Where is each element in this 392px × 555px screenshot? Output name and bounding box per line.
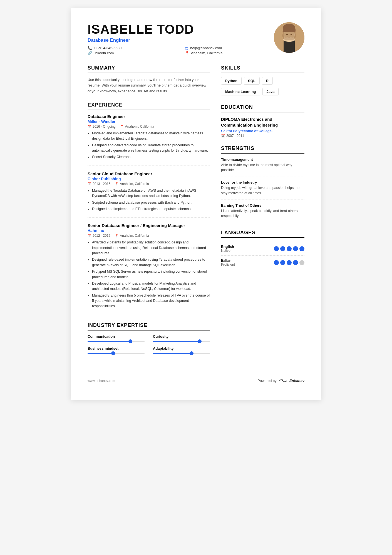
- bullet: Designed and implemented ETL strategies …: [92, 206, 210, 212]
- location-value: Anaheim, California: [191, 51, 222, 55]
- expertise-business-label: Business mindset: [88, 346, 145, 351]
- lang-italian-info: Italian Proficient: [221, 258, 235, 267]
- phone-value: +1-914-345-5530: [94, 46, 121, 50]
- strength-3-name: Earning Trust of Others: [221, 203, 304, 208]
- expertise-adaptability: Adaptability: [153, 346, 210, 354]
- expertise-curiosity-label: Curiosity: [153, 334, 210, 339]
- linkedin-value: linkedin.com: [94, 51, 114, 55]
- lang-english-level: Native: [221, 249, 234, 253]
- powered-by-text: Powered by: [257, 379, 277, 383]
- bullet: Designed rule-based implementation using…: [92, 257, 210, 268]
- expertise-curiosity: Curiosity: [153, 334, 210, 342]
- expertise-adaptability-label: Adaptability: [153, 346, 210, 351]
- strength-1-desc: Able to divide my time in the most optim…: [221, 162, 304, 173]
- bullet: Scripted schema and database processes w…: [92, 200, 210, 205]
- skills-section: SKILLS Python SQL R Machine Learning Jav…: [221, 65, 304, 97]
- header-info: ISABELLE TODD Database Engineer 📞 +1-914…: [88, 22, 274, 55]
- languages-title: LANGUAGES: [221, 230, 304, 238]
- lang-english-dots: [274, 246, 304, 251]
- avatar: [274, 22, 304, 53]
- calendar-icon: 📅: [88, 125, 91, 128]
- expertise-business-bar-bg: [88, 353, 145, 354]
- lang-italian-level: Proficient: [221, 263, 235, 267]
- bullet: Developed Logical and Physical models fo…: [92, 281, 210, 292]
- job-3-title: Senior Database Engineer / Engineering M…: [88, 223, 210, 228]
- dot-4: [293, 260, 298, 265]
- language-english: English Native: [221, 242, 304, 256]
- summary-text: Use this opportunity to intrigue and dra…: [88, 77, 210, 94]
- skills-title: SKILLS: [221, 65, 304, 73]
- summary-section: SUMMARY Use this opportunity to intrigue…: [88, 65, 210, 94]
- job-1-meta: 📅 2016 - Ongoing 📍 Anaheim, California: [88, 125, 210, 129]
- dot-2: [280, 260, 285, 265]
- job-3-company: Hahn Inc: [88, 228, 210, 233]
- job-2-bullets: Managed the Teradata Database on AWS and…: [88, 188, 210, 212]
- dot-3: [287, 260, 292, 265]
- expertise-business: Business mindset: [88, 346, 145, 354]
- job-1-title: Database Engineer: [88, 114, 210, 119]
- bullet: Designed and delivered code using Terada…: [92, 143, 210, 154]
- location-icon: 📍: [115, 182, 119, 186]
- language-italian: Italian Proficient: [221, 256, 304, 269]
- strength-1: Time-management Able to divide my time i…: [221, 157, 304, 177]
- expertise-adaptability-bar-bg: [153, 353, 210, 354]
- dot-5: [299, 260, 304, 265]
- strength-2: Love for the Industry Doing my job with …: [221, 180, 304, 199]
- calendar-icon: 📅: [88, 234, 91, 238]
- candidate-title: Database Engineer: [88, 38, 274, 43]
- skills-grid: Python SQL R Machine Learning Java: [221, 77, 304, 97]
- bullet: Secret Security Clearance.: [92, 154, 210, 160]
- right-column: SKILLS Python SQL R Machine Learning Jav…: [221, 65, 304, 362]
- left-column: SUMMARY Use this opportunity to intrigue…: [88, 65, 210, 362]
- job-1-period: 📅 2016 - Ongoing: [88, 125, 116, 129]
- expertise-adaptability-bar-fill: [153, 353, 192, 354]
- job-2-company: Cipher Publishing: [88, 177, 210, 181]
- job-1: Database Engineer Miller - Windler 📅 201…: [88, 114, 210, 166]
- edu-school: Sakthi Polytechnic of College.: [221, 129, 304, 133]
- bullet: Awarded 9 patents for profitability solu…: [92, 240, 210, 256]
- summary-title: SUMMARY: [88, 65, 210, 73]
- location-icon: 📍: [115, 234, 119, 238]
- brand-name: Enhancv: [289, 379, 304, 383]
- candidate-name: ISABELLE TODD: [88, 22, 274, 36]
- job-1-company: Miller - Windler: [88, 119, 210, 124]
- lang-italian-dots: [274, 260, 304, 265]
- experience-title: EXPERIENCE: [88, 102, 210, 110]
- footer-website: www.enhancv.com: [88, 379, 115, 383]
- job-3-location: 📍 Anaheim, California: [115, 234, 149, 238]
- bullet: Modeled and implemented Teradata databas…: [92, 131, 210, 142]
- contact-grid: 📞 +1-914-345-5530 @ help@enhancv.com 🔗 l…: [88, 46, 274, 55]
- header-section: ISABELLE TODD Database Engineer 📞 +1-914…: [88, 22, 304, 55]
- linkedin-icon: 🔗: [88, 51, 92, 55]
- bullet: Managed 8 Engineers thru 5 on-schedule r…: [92, 293, 210, 309]
- email-value: help@enhancv.com: [190, 46, 222, 50]
- phone-contact: 📞 +1-914-345-5530: [88, 46, 177, 50]
- edu-calendar-icon: 📅: [221, 134, 225, 138]
- bullet: Protyped MS SQL Server as new repository…: [92, 269, 210, 280]
- lang-english-info: English Native: [221, 245, 234, 253]
- phone-icon: 📞: [88, 46, 92, 50]
- skill-python: Python: [221, 77, 242, 85]
- job-3-period: 📅 2012 - 2012: [88, 234, 110, 238]
- expertise-title: INDUSTRY EXPERTISE: [88, 322, 210, 330]
- expertise-grid: Communication Curiosity Business mindset: [88, 334, 210, 354]
- education-title: EDUCATION: [221, 104, 304, 112]
- strength-3-desc: Listen attentively, speak candidly, and …: [221, 208, 304, 219]
- job-2-title: Senior Cloud Database Engineer: [88, 171, 210, 176]
- linkedin-contact: 🔗 linkedin.com: [88, 51, 177, 55]
- location-icon: 📍: [185, 51, 189, 55]
- job-3-bullets: Awarded 9 patents for profitability solu…: [88, 240, 210, 309]
- job-3: Senior Database Engineer / Engineering M…: [88, 223, 210, 315]
- expertise-curiosity-bar-fill: [153, 341, 200, 342]
- education-section: EDUCATION DIPLOMA Electronics and Commun…: [221, 104, 304, 138]
- expertise-business-bar-fill: [88, 353, 113, 354]
- expertise-curiosity-bar-bg: [153, 341, 210, 342]
- dot-1: [274, 260, 279, 265]
- location-contact: 📍 Anaheim, California: [185, 51, 274, 55]
- main-content: SUMMARY Use this opportunity to intrigue…: [88, 65, 304, 362]
- dot-2: [280, 246, 285, 251]
- edu-degree: DIPLOMA Electronics and Communication En…: [221, 116, 304, 128]
- email-contact: @ help@enhancv.com: [185, 46, 274, 50]
- footer-brand: Powered by Enhancv: [257, 378, 304, 383]
- skill-java: Java: [262, 88, 279, 95]
